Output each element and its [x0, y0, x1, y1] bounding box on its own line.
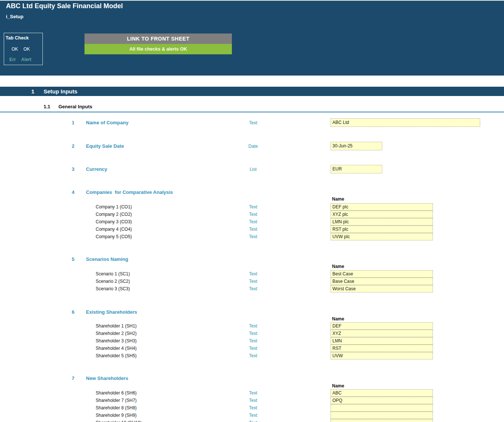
type-label: Text — [238, 345, 268, 352]
row-label: Shareholder 7 (SH7) — [96, 397, 137, 404]
table-row: Shareholder 9 (SH9) Text — [0, 412, 504, 419]
item-heading: Scenarios Naming — [86, 256, 128, 262]
item-heading: New Shareholders — [86, 375, 128, 381]
table-row: Shareholder 6 (SH6) Text ABC — [0, 389, 504, 397]
table-row: Scenario 3 (SC3) Text Worst Case — [0, 285, 504, 292]
page-title: ABC Ltd Equity Sale Financial Model — [6, 2, 123, 10]
item-number: 5 — [52, 256, 74, 262]
table-row: Shareholder 5 (SH5) Text UVW — [0, 352, 504, 359]
group-heading-existing-shareholders: 6 Existing Shareholders — [0, 309, 504, 315]
table-row: Shareholder 7 (SH7) Text OPQ — [0, 397, 504, 404]
company-name-input[interactable]: ABC Ltd — [331, 118, 480, 127]
company-2-input[interactable]: XYZ plc — [331, 211, 433, 218]
table-row: Shareholder 2 (SH2) Text XYZ — [0, 330, 504, 337]
company-1-input[interactable]: DEF plc — [331, 203, 433, 211]
table-row: Company 3 (CO3) Text LMN plc — [0, 218, 504, 226]
item-heading: Name of Company — [86, 118, 128, 127]
table-row: Shareholder 8 (SH8) Text — [0, 404, 504, 412]
shareholder-1-input[interactable]: DEF — [331, 322, 433, 330]
type-label: Text — [238, 226, 268, 233]
type-label: Text — [238, 285, 268, 292]
type-label: List — [238, 165, 268, 174]
item-heading: Companies for Comparative Analysis — [86, 189, 173, 195]
type-label: Text — [238, 337, 268, 345]
company-4-input[interactable]: RST plc — [331, 226, 433, 233]
input-row-currency: 3 Currency List EUR — [0, 165, 504, 174]
item-number: 7 — [52, 375, 74, 381]
row-label: Shareholder 9 (SH9) — [96, 412, 137, 419]
item-heading: Currency — [86, 165, 107, 174]
row-label: Shareholder 6 (SH6) — [96, 389, 137, 397]
shareholder-4-input[interactable]: RST — [331, 345, 433, 352]
shareholder-2-input[interactable]: XYZ — [331, 330, 433, 337]
table-row: Shareholder 10 (SH10) Text — [0, 419, 504, 422]
type-label: Text — [238, 203, 268, 211]
group-heading-companies: 4 Companies for Comparative Analysis — [0, 189, 504, 195]
type-label: Text — [238, 270, 268, 278]
table-row: Shareholder 3 (SH3) Text LMN — [0, 337, 504, 345]
type-label: Text — [238, 412, 268, 419]
column-header-name: Name — [332, 196, 344, 202]
type-label: Text — [238, 352, 268, 359]
file-checks-status-banner: All file checks & alerts OK — [84, 44, 232, 54]
column-header-name: Name — [332, 316, 344, 322]
group-heading-new-shareholders: 7 New Shareholders — [0, 375, 504, 381]
item-number: 2 — [52, 142, 74, 151]
type-label: Text — [238, 218, 268, 226]
row-label: Shareholder 5 (SH5) — [96, 352, 137, 359]
row-label: Company 3 (CO3) — [96, 218, 132, 226]
scenario-3-input[interactable]: Worst Case — [331, 285, 433, 292]
row-label: Company 2 (CO2) — [96, 211, 132, 218]
company-3-input[interactable]: LMN plc — [331, 218, 433, 226]
currency-select[interactable]: EUR — [331, 165, 382, 173]
scenario-1-input[interactable]: Best Case — [331, 270, 433, 278]
row-label: Shareholder 10 (SH10) — [96, 419, 141, 422]
row-label: Shareholder 1 (SH1) — [96, 322, 137, 330]
item-number: 3 — [52, 165, 74, 174]
item-number: 4 — [52, 189, 74, 195]
row-label: Scenario 3 (SC3) — [96, 285, 130, 292]
shareholder-9-input[interactable] — [331, 412, 433, 419]
row-label: Scenario 2 (SC2) — [96, 278, 130, 285]
type-label: Text — [238, 322, 268, 330]
subsection-divider — [0, 112, 504, 112]
link-to-front-sheet-button[interactable]: LINK TO FRONT SHEET — [84, 33, 232, 44]
type-label: Text — [238, 404, 268, 412]
scenario-2-input[interactable]: Base Case — [331, 278, 433, 285]
section-number: 1 — [31, 87, 34, 96]
item-number: 1 — [52, 118, 74, 127]
table-row: Company 5 (CO5) Text UVW plc — [0, 233, 504, 240]
type-label: Text — [238, 419, 268, 422]
row-label: Shareholder 2 (SH2) — [96, 330, 137, 337]
column-header-name: Name — [332, 264, 344, 269]
row-label: Company 4 (CO4) — [96, 226, 132, 233]
shareholder-3-input[interactable]: LMN — [331, 337, 433, 345]
row-label: Scenario 1 (SC1) — [96, 270, 130, 278]
tab-check-panel: Tab Check OK OK Err Alert — [4, 33, 43, 65]
shareholder-7-input[interactable]: OPQ — [331, 397, 433, 404]
row-label: Company 5 (CO5) — [96, 233, 132, 240]
type-label: Text — [238, 118, 268, 127]
table-row: Scenario 1 (SC1) Text Best Case — [0, 270, 504, 278]
tab-check-title: Tab Check — [6, 35, 29, 41]
column-header-name: Name — [332, 383, 344, 389]
table-row: Shareholder 4 (SH4) Text RST — [0, 345, 504, 352]
section-header-bar: 1 Setup Inputs — [0, 87, 504, 96]
alert-status-label: Alert — [21, 57, 31, 62]
subsection-title: General Inputs — [58, 104, 92, 109]
row-label: Company 1 (CO1) — [96, 203, 132, 211]
type-label: Text — [238, 211, 268, 218]
shareholder-6-input[interactable]: ABC — [331, 389, 433, 397]
shareholder-10-input[interactable] — [331, 419, 433, 422]
equity-sale-date-input[interactable]: 30-Jun-25 — [331, 142, 382, 150]
shareholder-8-input[interactable] — [331, 404, 433, 412]
group-heading-scenarios: 5 Scenarios Naming — [0, 256, 504, 262]
type-label: Text — [238, 330, 268, 337]
spreadsheet-page: ABC Ltd Equity Sale Financial Model i_Se… — [0, 0, 504, 422]
company-5-input[interactable]: UVW plc — [331, 233, 433, 240]
workbook-header: ABC Ltd Equity Sale Financial Model i_Se… — [0, 0, 504, 76]
type-label: Date — [238, 142, 268, 151]
subsection-number: 1.1 — [44, 104, 50, 109]
shareholder-5-input[interactable]: UVW — [331, 352, 433, 359]
section-title: Setup Inputs — [44, 87, 77, 96]
